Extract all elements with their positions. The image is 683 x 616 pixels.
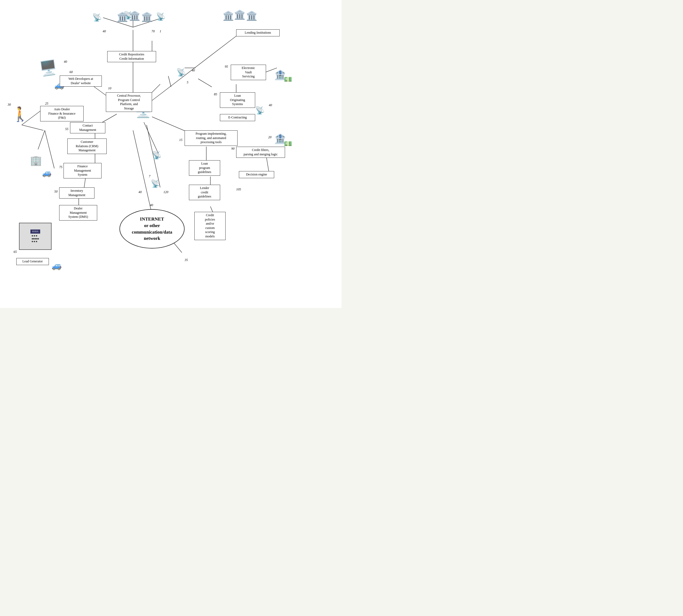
label-15: 15 — [179, 138, 182, 142]
credit-building-2: 🏛️ — [129, 10, 140, 21]
svg-line-4 — [152, 117, 190, 133]
credit-building-3: 🏛️ — [141, 12, 153, 22]
credit-building-1: 🏛️ — [117, 12, 128, 22]
diagram: 🚶 30 🖥️ 🚙 40 🏢 🚙 📡 📡 📡 40 🏛️ 🏛️ 🏛️ 70 1 … — [0, 0, 342, 308]
website-icon: HAVA ■ ■ ■■■■■■■ ■ ■ — [19, 223, 51, 250]
contact-management-box: ContactManagement — [70, 122, 105, 133]
central-processor-box: Central Processor,Program ControlPlatfor… — [106, 92, 152, 112]
label-85: 85 — [214, 92, 217, 96]
label-25: 25 — [45, 102, 48, 106]
svg-line-29 — [22, 125, 43, 130]
label-10: 10 — [108, 86, 111, 90]
dealer-management-box: DealerManagementSystem (DMS) — [59, 205, 97, 221]
monitor-icon: 🖥️ — [38, 59, 58, 78]
credit-policies-box: Creditpoliciesand/orcustomscoringmodels — [195, 212, 226, 240]
vehicle-icon-2: 🚙 — [42, 169, 51, 177]
credit-repositories-box: Credit RepositoriesCredit Information — [107, 51, 156, 62]
router-center-left: 📡 — [152, 151, 161, 160]
label-120: 120 — [163, 190, 168, 194]
lender-credit-box: Lendercreditguidelines — [189, 185, 220, 200]
label-40-right: 40 — [192, 68, 195, 72]
electronic-vault-box: ElectronicVaultServicing — [231, 65, 266, 80]
customer-relations-box: CustomerRelations (CRM)Management — [67, 138, 107, 154]
router-top-left: 📡 — [92, 13, 102, 22]
label-95: 95 — [225, 65, 228, 69]
inventory-management-box: InventoryManagement — [59, 188, 94, 199]
connection-lines — [0, 0, 342, 308]
svg-line-1 — [152, 30, 244, 101]
money-icon-2: 💵 — [284, 140, 292, 148]
label-30: 30 — [7, 103, 11, 107]
finance-management-box: FinanceManagementSystem — [64, 163, 101, 178]
svg-line-11 — [45, 130, 54, 169]
label-40-centerleft: 40 — [138, 190, 142, 194]
router-right-top: 📡 — [177, 68, 186, 77]
label-60: 60 — [69, 70, 73, 74]
program-implementing-box: Program implementing,routing, and automa… — [185, 130, 237, 146]
lending-building-1: 🏛️ — [223, 10, 234, 21]
label-70: 70 — [152, 29, 155, 34]
e-contracting-box: E-Contracting — [220, 114, 255, 121]
label-40-topleft: 40 — [64, 60, 67, 64]
label-55: 55 — [65, 127, 68, 131]
label-65: 65 — [14, 250, 17, 254]
label-40-topcenter: 40 — [103, 29, 106, 34]
label-1: 1 — [160, 29, 161, 34]
svg-line-5 — [133, 130, 152, 215]
lending-building-2: 🏛️ — [234, 9, 245, 20]
decision-engine-box: Decision engine — [239, 171, 274, 178]
label-7: 7 — [149, 174, 151, 178]
label-35: 35 — [185, 258, 188, 262]
router-top-right: 📡 — [156, 12, 166, 21]
lending-building-3: 🏛️ — [246, 10, 257, 21]
label-20: 20 — [268, 135, 271, 139]
label-105: 105 — [236, 188, 241, 192]
label-5: 5 — [187, 81, 188, 85]
vehicle-lead-gen: 🚙 — [51, 261, 62, 270]
lending-institutions-box: Lending Institutions — [236, 29, 280, 37]
credit-filters-box: Credit filters,parsing and merging logic — [236, 147, 285, 158]
loan-originating-box: LoanOriginatingSystems — [220, 92, 255, 108]
money-icon-1: 💵 — [284, 75, 292, 83]
label-40-rightmid: 40 — [269, 103, 272, 107]
auto-dealer-box: Auto DealerFinance & Insurance(F&I) — [40, 106, 84, 122]
svg-line-12 — [38, 130, 45, 149]
person-icon: 🚶 — [12, 106, 29, 123]
label-50: 50 — [54, 190, 58, 194]
dealer-building-icon: 🏢 — [30, 155, 42, 166]
svg-line-24 — [198, 79, 212, 87]
label-40-internet: 40 — [150, 203, 153, 207]
router-center-bot: 📡 — [151, 179, 160, 188]
web-developers-box: Web Developers atDealer' website — [60, 75, 102, 87]
internet-oval: INTERNETor othercommunication/datanetwor… — [119, 209, 185, 248]
label-75: 75 — [59, 165, 63, 169]
router-right-mid: 📡 — [255, 106, 265, 115]
svg-line-25 — [168, 76, 171, 87]
lead-generator-box: Lead Generator — [16, 258, 49, 265]
loan-program-box: Loanprogramguidelines — [189, 160, 220, 176]
label-90: 90 — [231, 147, 234, 151]
